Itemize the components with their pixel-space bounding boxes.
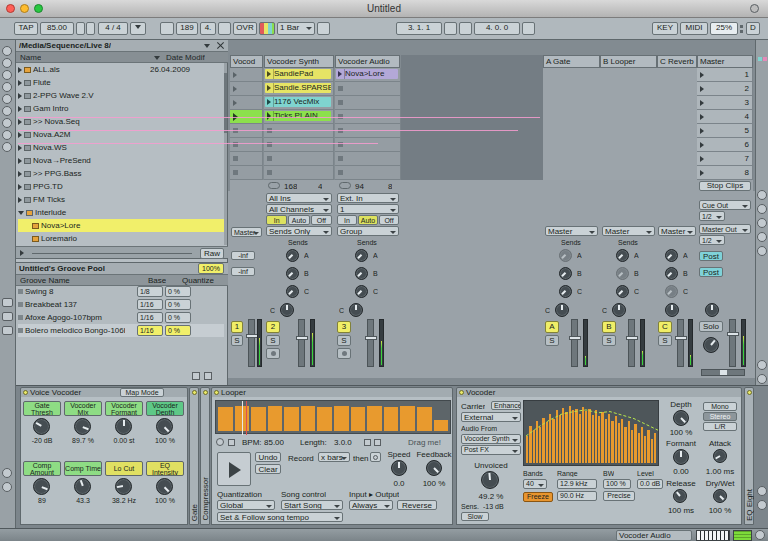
send-c-knob[interactable] — [286, 285, 299, 298]
looper-transport-button[interactable] — [217, 452, 251, 486]
track-header-return-c[interactable]: C Reverb — [657, 55, 697, 68]
looper-add-icon[interactable] — [216, 438, 224, 446]
drywet-knob[interactable] — [713, 489, 727, 503]
cue-solo-button[interactable]: Solo — [699, 321, 723, 332]
tap-point-menu[interactable]: Post FX — [461, 445, 521, 455]
overdub-button[interactable]: OVR — [233, 22, 257, 35]
device-activator-icon[interactable] — [203, 390, 208, 395]
synth-output-menu[interactable]: Sends Only — [266, 226, 332, 236]
groove-quantize-field[interactable]: 0 % — [165, 312, 191, 323]
hot-swap-icon[interactable] — [757, 486, 767, 496]
group-solo-button[interactable]: S — [231, 335, 243, 346]
audio-activator[interactable]: 3 — [337, 321, 351, 333]
formant-knob[interactable] — [673, 449, 689, 465]
scene-slot[interactable]: 1 — [697, 68, 753, 82]
draw-grid-icon[interactable] — [218, 22, 231, 35]
send-b-post-toggle[interactable]: Post — [699, 267, 723, 277]
speed-value[interactable]: 0.0 — [384, 479, 414, 488]
clip-slot[interactable]: Nova>Lore — [335, 68, 401, 82]
monitor-auto[interactable]: Auto — [358, 215, 378, 225]
groove-base-field[interactable]: 1/16 — [137, 299, 163, 310]
group-launch-icon[interactable] — [233, 72, 237, 78]
audio-monitor-switch[interactable]: In Auto Off — [337, 215, 399, 225]
list-item[interactable]: Nova→PreSend — [18, 154, 224, 167]
browser-bookmark-7-icon[interactable] — [2, 118, 12, 128]
clip-slot[interactable] — [335, 166, 401, 180]
groove-pool-icon[interactable] — [2, 298, 13, 307]
groove-row[interactable]: Breakbeat 1371/160 % — [18, 298, 224, 311]
send-c-knob[interactable] — [355, 285, 368, 298]
groove-base-field[interactable]: 1/16 — [137, 312, 163, 323]
groove-base-field[interactable]: 1/8 — [137, 286, 163, 297]
return-b-output-menu[interactable]: Master — [602, 226, 655, 236]
punch-in-icon[interactable] — [459, 22, 472, 35]
track-header-audio[interactable]: Vocoder Audio — [335, 55, 400, 68]
list-item[interactable]: Flute — [18, 76, 224, 89]
preview-volume-knob[interactable] — [703, 337, 719, 353]
return-a-output-menu[interactable]: Master — [545, 226, 598, 236]
expand-arrow-icon[interactable] — [18, 93, 22, 99]
list-item[interactable]: 2-PPG Wave 2.V — [18, 89, 224, 102]
macro-knob[interactable] — [33, 478, 50, 495]
clip[interactable]: SandiePad — [265, 69, 331, 79]
send-b-knob[interactable] — [355, 267, 368, 280]
fader-handle[interactable] — [675, 336, 687, 340]
stop-clip-icon[interactable] — [338, 86, 343, 91]
groove-row[interactable]: Swing 81/80 % — [18, 285, 224, 298]
send-a-knob[interactable] — [616, 249, 629, 262]
synth-arm-button[interactable] — [266, 348, 280, 359]
return-a-activator[interactable]: A — [545, 321, 559, 333]
scene-slot[interactable]: 8 — [697, 166, 753, 180]
nudge-down-button[interactable] — [76, 22, 85, 35]
clip-slot[interactable]: SandiePad — [264, 68, 334, 82]
macro-knob[interactable] — [156, 418, 173, 435]
expand-arrow-icon[interactable] — [18, 145, 22, 151]
send-a-post-toggle[interactable]: Post — [699, 251, 723, 261]
macro-value[interactable]: 100 % — [146, 437, 184, 444]
browser-bookmark-5-icon[interactable] — [2, 94, 12, 104]
monitor-auto[interactable]: Auto — [288, 215, 309, 225]
macro-value[interactable]: 43.3 — [64, 497, 102, 504]
list-item[interactable]: ALL.als26.04.2009 — [18, 63, 224, 76]
fader-handle[interactable] — [626, 336, 638, 340]
scene-launch-icon[interactable] — [700, 142, 704, 148]
range-low-field[interactable]: 90.0 Hz — [557, 491, 597, 501]
feedback-value[interactable]: 100 % — [416, 479, 452, 488]
synth-activator[interactable]: 2 — [266, 321, 280, 333]
tap-tempo-button[interactable]: TAP — [14, 22, 38, 35]
device-activator-icon[interactable] — [23, 390, 28, 395]
show-mixer-toggle-icon[interactable] — [757, 232, 767, 242]
macro-value[interactable]: 0.00 st — [105, 437, 143, 444]
commit-groove-icon[interactable] — [18, 302, 23, 307]
drywet-value[interactable]: 100 % — [701, 506, 739, 515]
group-volume-fader[interactable] — [248, 319, 255, 367]
crossfader[interactable] — [701, 369, 745, 376]
browser-scrollbar[interactable] — [224, 63, 227, 245]
browser-path-bar[interactable]: /Media/Sequence/Live 8/ — [16, 40, 228, 52]
audio-solo-button[interactable]: S — [337, 335, 351, 346]
master-out-menu[interactable]: Master Out — [699, 224, 751, 234]
expand-arrow-icon[interactable] — [18, 197, 22, 203]
level-field[interactable]: 0.0 dB — [637, 479, 663, 489]
clear-button[interactable]: Clear — [255, 464, 281, 474]
expand-arrow-icon[interactable] — [18, 67, 22, 73]
show-device-chain-icon[interactable] — [757, 500, 767, 510]
return-c-output-menu[interactable]: Master — [658, 226, 696, 236]
macro-knob[interactable] — [115, 418, 132, 435]
device-activator-icon[interactable] — [214, 390, 219, 395]
tempo-control-menu[interactable]: Set & Follow song tempo — [217, 512, 343, 522]
show-crossfader-toggle-icon[interactable] — [757, 246, 767, 256]
eq-eight-device-collapsed[interactable]: EQ Eight — [744, 387, 754, 525]
preview-play-icon[interactable] — [20, 250, 24, 256]
help-icon[interactable] — [2, 482, 12, 492]
return-b-fader[interactable] — [628, 319, 635, 367]
return-a-solo-button[interactable]: S — [545, 335, 559, 346]
group-launch-icon[interactable] — [233, 86, 237, 92]
return-a-fader[interactable] — [571, 319, 578, 367]
send-a-knob[interactable] — [665, 249, 678, 262]
show-plugin-toggle-icon[interactable] — [757, 374, 767, 384]
clip-color-icon[interactable] — [259, 22, 275, 35]
groove-quantize-field[interactable]: 0 % — [165, 286, 191, 297]
metronome-icon[interactable] — [130, 22, 146, 35]
stop-clip-icon[interactable] — [338, 100, 343, 105]
